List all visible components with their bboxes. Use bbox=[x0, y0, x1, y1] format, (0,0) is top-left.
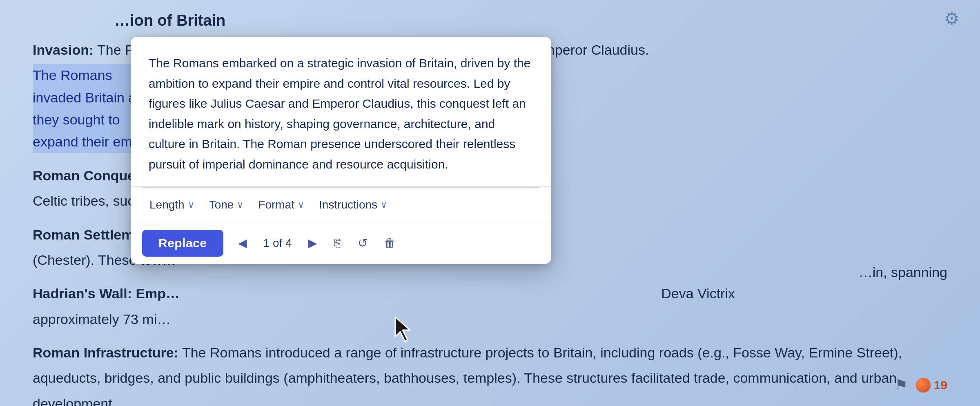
popup-toolbar: Length ∨ Tone ∨ Format ∨ Instructions ∨ bbox=[131, 188, 551, 222]
deva-victrix-text: Deva Victrix bbox=[661, 282, 735, 304]
tone-dropdown[interactable]: Tone ∨ bbox=[202, 194, 251, 215]
doc-line-1: …ion of Britain bbox=[114, 8, 947, 33]
popup-text-area: The Romans embarked on a strategic invas… bbox=[131, 37, 551, 187]
doc-line-hadrian: Hadrian's Wall: Emp… Deva Victrix bbox=[33, 282, 947, 304]
prev-button[interactable]: ◀ bbox=[235, 235, 250, 251]
badge-dot bbox=[916, 378, 931, 393]
instructions-label: Instructions bbox=[319, 198, 377, 211]
popup-card: The Romans embarked on a strategic invas… bbox=[131, 37, 551, 264]
replace-button[interactable]: Replace bbox=[142, 230, 223, 257]
format-dropdown[interactable]: Format ∨ bbox=[251, 194, 312, 215]
format-label: Format bbox=[258, 198, 294, 211]
next-button[interactable]: ▶ bbox=[305, 235, 321, 251]
bottom-indicators: ⚑ 19 bbox=[895, 377, 947, 394]
right-partial-text: …in, spanning bbox=[859, 261, 947, 283]
length-dropdown[interactable]: Length ∨ bbox=[142, 194, 202, 215]
popup-actions: Replace ◀ 1 of 4 ▶ ⎘ ↺ 🗑 bbox=[131, 222, 551, 264]
notification-badge[interactable]: 19 bbox=[916, 378, 947, 393]
tone-label: Tone bbox=[209, 198, 234, 211]
delete-button[interactable]: 🗑 bbox=[382, 234, 398, 252]
flag-icon[interactable]: ⚑ bbox=[895, 377, 908, 394]
nav-counter: 1 of 4 bbox=[262, 237, 294, 250]
instructions-dropdown[interactable]: Instructions ∨ bbox=[312, 194, 394, 215]
copy-button[interactable]: ⎘ bbox=[332, 234, 344, 252]
doc-line-hadrian-sub: approximately 73 mi… bbox=[33, 308, 947, 330]
instructions-chevron-icon: ∨ bbox=[381, 200, 387, 210]
doc-line-infra-sub: aqueducts, bridges, and public buildings… bbox=[33, 367, 947, 389]
doc-line-infra: Roman Infrastructure: The Romans introdu… bbox=[33, 342, 947, 364]
length-chevron-icon: ∨ bbox=[188, 200, 194, 210]
tone-chevron-icon: ∨ bbox=[237, 200, 243, 210]
refresh-button[interactable]: ↺ bbox=[355, 233, 370, 253]
badge-count: 19 bbox=[934, 378, 947, 392]
length-label: Length bbox=[149, 198, 185, 211]
popup-main-text: The Romans embarked on a strategic invas… bbox=[149, 56, 530, 171]
settings-icon[interactable]: ⚙ bbox=[944, 5, 960, 32]
format-chevron-icon: ∨ bbox=[298, 200, 304, 210]
doc-line-infra-sub2: development. bbox=[33, 393, 947, 406]
